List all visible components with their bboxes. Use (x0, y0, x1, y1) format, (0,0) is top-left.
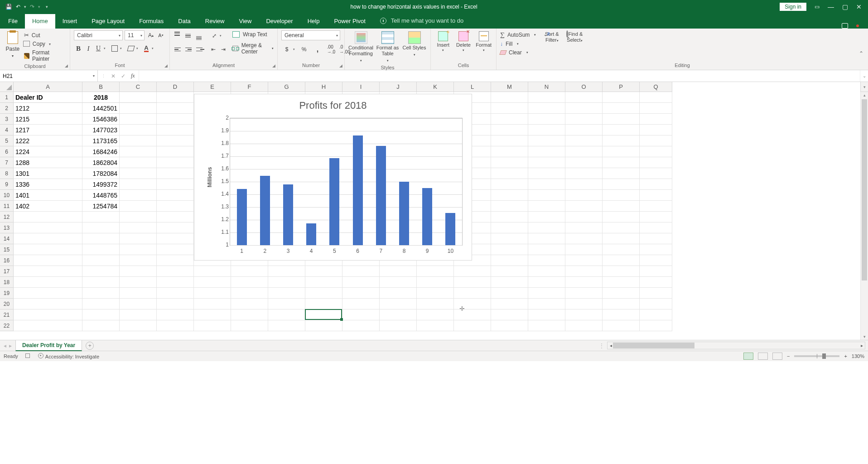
cell-M4[interactable] (491, 125, 528, 135)
cell-B14[interactable] (82, 233, 120, 244)
cell-Q16[interactable] (640, 255, 672, 266)
align-middle-button[interactable] (184, 32, 194, 40)
cell-D6[interactable] (157, 146, 194, 157)
cell-D9[interactable] (157, 179, 194, 190)
clipboard-dialog-launcher-icon[interactable]: ◢ (65, 63, 68, 68)
cell-P11[interactable] (603, 201, 640, 212)
cell-O13[interactable] (565, 222, 603, 233)
merge-center-button[interactable]: Merge & Center▾ (232, 42, 274, 55)
cell-D22[interactable] (157, 320, 194, 331)
row-header-16[interactable]: 16 (0, 255, 14, 266)
cell-B4[interactable]: 1477023 (82, 125, 120, 135)
cell-L21[interactable] (454, 309, 491, 320)
cell-C16[interactable] (120, 255, 157, 266)
cell-M9[interactable] (491, 179, 528, 190)
cell-Q18[interactable] (640, 277, 672, 288)
cell-G18[interactable] (268, 277, 305, 288)
cell-A22[interactable] (14, 320, 82, 331)
cell-B7[interactable]: 1862804 (82, 157, 120, 168)
cell-O18[interactable] (565, 277, 603, 288)
cell-D1[interactable] (157, 92, 194, 103)
macro-record-button[interactable] (25, 353, 31, 359)
cell-C20[interactable] (120, 299, 157, 309)
cell-Q5[interactable] (640, 135, 672, 146)
cell-M15[interactable] (491, 244, 528, 255)
cell-M1[interactable] (491, 92, 528, 103)
cell-A2[interactable]: 1212 (14, 103, 82, 114)
chart-object[interactable]: Profits for 2018 Millions 12345678910 11… (194, 94, 472, 261)
orientation-button[interactable]: ⤢ (210, 31, 219, 40)
cell-M2[interactable] (491, 103, 528, 114)
cell-O3[interactable] (565, 114, 603, 125)
increase-font-size-button[interactable]: A▴ (146, 31, 155, 40)
cell-O19[interactable] (565, 288, 603, 299)
cell-B20[interactable] (82, 299, 120, 309)
cell-B12[interactable] (82, 212, 120, 222)
cell-D21[interactable] (157, 309, 194, 320)
cell-D18[interactable] (157, 277, 194, 288)
cell-D11[interactable] (157, 201, 194, 212)
number-format-combo[interactable]: General▾ (281, 30, 340, 40)
cell-P5[interactable] (603, 135, 640, 146)
find-select-button[interactable]: Find & Select▾ (564, 31, 585, 44)
cell-E20[interactable] (194, 299, 231, 309)
cell-B15[interactable] (82, 244, 120, 255)
cell-N18[interactable] (528, 277, 565, 288)
vertical-scrollbar[interactable]: ▴ ▾ (860, 92, 868, 340)
sheet-nav-prev-icon[interactable]: ◂ (4, 343, 6, 349)
font-color-button[interactable]: A (142, 44, 151, 53)
cell-Q21[interactable] (640, 309, 672, 320)
cell-L17[interactable] (454, 266, 491, 277)
cell-J21[interactable] (380, 309, 417, 320)
percent-format-button[interactable]: % (299, 45, 309, 54)
cell-I22[interactable] (342, 320, 380, 331)
cell-P20[interactable] (603, 299, 640, 309)
cell-B1[interactable]: 2018 (82, 92, 120, 103)
cell-O22[interactable] (565, 320, 603, 331)
cell-Q8[interactable] (640, 168, 672, 179)
scroll-right-icon[interactable]: ▸ (858, 343, 865, 348)
cell-H22[interactable] (305, 320, 342, 331)
minimize-button[interactable]: — (828, 3, 834, 10)
cell-B8[interactable]: 1782084 (82, 168, 120, 179)
cell-B5[interactable]: 1173165 (82, 135, 120, 146)
cell-N21[interactable] (528, 309, 565, 320)
cell-N15[interactable] (528, 244, 565, 255)
row-header-19[interactable]: 19 (0, 288, 14, 299)
cell-B9[interactable]: 1499372 (82, 179, 120, 190)
borders-dropdown-icon[interactable]: ▾ (119, 47, 123, 50)
cell-M19[interactable] (491, 288, 528, 299)
column-header-I[interactable]: I (342, 82, 380, 92)
column-header-H[interactable]: H (305, 82, 342, 92)
cell-C7[interactable] (120, 157, 157, 168)
cell-C18[interactable] (120, 277, 157, 288)
column-header-L[interactable]: L (454, 82, 491, 92)
tab-split-grip-icon[interactable]: ⋮ (599, 343, 606, 349)
cell-P15[interactable] (603, 244, 640, 255)
cell-Q4[interactable] (640, 125, 672, 135)
redo-icon[interactable]: ↷ (30, 4, 34, 10)
cell-O7[interactable] (565, 157, 603, 168)
chart-bar-5[interactable] (329, 158, 339, 245)
chevron-down-icon[interactable]: ▾ (517, 42, 519, 46)
copy-button[interactable]: Copy▾ (24, 41, 66, 47)
cell-E22[interactable] (194, 320, 231, 331)
cell-D20[interactable] (157, 299, 194, 309)
horizontal-scrollbar[interactable]: ◂ ▸ (607, 342, 865, 349)
cell-N17[interactable] (528, 266, 565, 277)
cell-O5[interactable] (565, 135, 603, 146)
cell-O9[interactable] (565, 179, 603, 190)
column-header-B[interactable]: B (82, 82, 120, 92)
column-header-F[interactable]: F (231, 82, 268, 92)
cell-I19[interactable] (342, 288, 380, 299)
cell-D4[interactable] (157, 125, 194, 135)
delete-cells-button[interactable]: Delete▾ (455, 31, 473, 52)
cell-P13[interactable] (603, 222, 640, 233)
enter-formula-button[interactable]: ✓ (121, 73, 125, 79)
redo-dropdown-icon[interactable]: ▾ (38, 5, 40, 9)
font-name-combo[interactable]: Calibri▾ (74, 30, 123, 40)
cell-O14[interactable] (565, 233, 603, 244)
cell-N16[interactable] (528, 255, 565, 266)
cell-G20[interactable] (268, 299, 305, 309)
cell-A5[interactable]: 1222 (14, 135, 82, 146)
